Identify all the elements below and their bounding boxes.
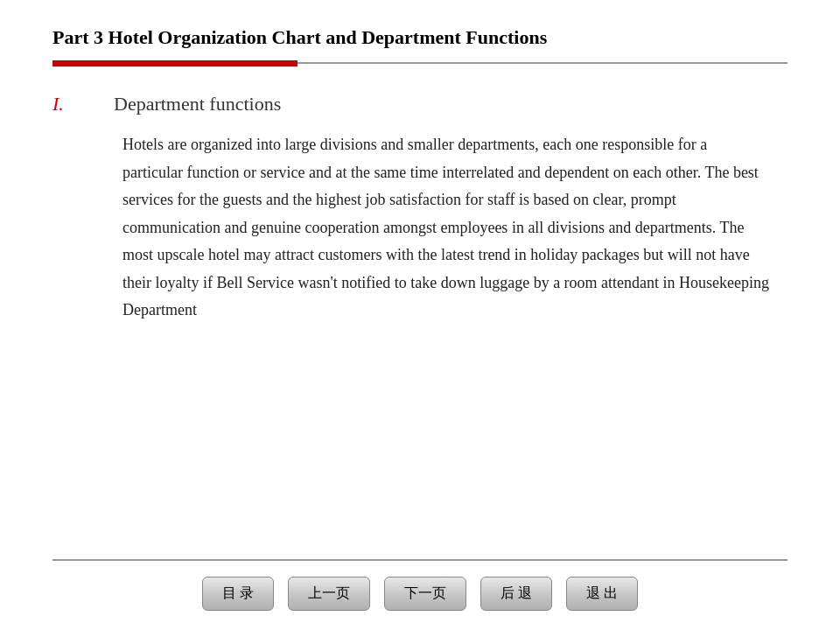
bottom-divider	[52, 559, 788, 561]
slide-title: Part 3 Hotel Organization Chart and Depa…	[52, 26, 788, 49]
nav-button-back[interactable]: 后 退	[480, 577, 552, 611]
nav-button-table-of-contents[interactable]: 目 录	[202, 577, 274, 611]
nav-button-next-page[interactable]: 下一页	[384, 577, 466, 611]
divider-red	[52, 60, 298, 66]
title-divider	[52, 60, 788, 66]
section-number: I.	[52, 93, 88, 116]
section-paragraph: Hotels are organized into large division…	[52, 131, 788, 325]
divider-gray	[298, 62, 788, 64]
nav-button-prev-page[interactable]: 上一页	[288, 577, 370, 611]
slide-container: Part 3 Hotel Organization Chart and Depa…	[0, 0, 840, 630]
content-section: I. Department functions Hotels are organ…	[0, 84, 840, 559]
section-heading: Department functions	[114, 93, 281, 116]
bottom-nav: 目 录上一页下一页后 退退 出	[0, 577, 840, 630]
section-heading-row: I. Department functions	[52, 93, 788, 116]
header-section: Part 3 Hotel Organization Chart and Depa…	[0, 0, 840, 84]
nav-button-exit[interactable]: 退 出	[566, 577, 638, 611]
